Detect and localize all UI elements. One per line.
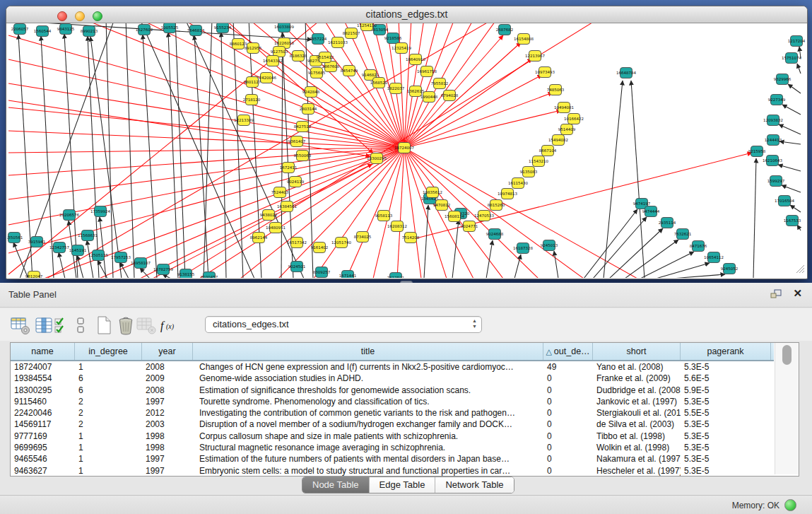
graph-node[interactable]: 1599297 bbox=[767, 176, 785, 187]
graph-node[interactable]: 7646813 bbox=[187, 25, 205, 36]
graph-node[interactable]: 10654112 bbox=[704, 252, 724, 263]
graph-edge[interactable] bbox=[782, 105, 801, 115]
graph-node[interactable]: 16961758 bbox=[417, 66, 437, 77]
column-header-in_degree[interactable]: in_degree bbox=[75, 343, 142, 360]
graph-node[interactable]: 9245052 bbox=[721, 264, 739, 274]
graph-node[interactable]: 12325419 bbox=[392, 43, 411, 54]
graph-edge[interactable] bbox=[753, 158, 756, 278]
graph-node[interactable]: 8550063 bbox=[294, 151, 312, 161]
graph-node[interactable]: 1560544 bbox=[34, 26, 52, 37]
graph-node[interactable]: 15751074 bbox=[782, 53, 801, 64]
rows-mode-icon[interactable] bbox=[75, 314, 86, 337]
vertical-scrollbar[interactable] bbox=[775, 343, 799, 474]
graph-node[interactable]: 8427512 bbox=[294, 122, 312, 132]
graph-node[interactable]: 12505135 bbox=[88, 250, 108, 261]
graph-node[interactable]: 3915941 bbox=[28, 237, 46, 247]
graph-edge[interactable] bbox=[790, 205, 801, 212]
graph-node[interactable]: 9024771 bbox=[461, 221, 478, 232]
new-column-icon[interactable] bbox=[95, 314, 113, 337]
float-panel-icon[interactable] bbox=[770, 288, 782, 300]
graph-node[interactable]: 12093832 bbox=[763, 115, 783, 126]
graph-node[interactable]: 8734025 bbox=[354, 232, 372, 243]
graph-node[interactable]: 9175685 bbox=[308, 68, 326, 78]
graph-edge[interactable] bbox=[788, 84, 801, 93]
graph-node[interactable]: 16211033 bbox=[328, 37, 348, 48]
graph-edge[interactable] bbox=[640, 252, 694, 278]
graph-node[interactable]: 1672411 bbox=[280, 163, 298, 173]
graph-node[interactable]: 7955812 bbox=[431, 78, 449, 89]
graph-edge[interactable] bbox=[797, 225, 801, 230]
column-header-short[interactable]: short bbox=[593, 343, 681, 360]
graph-node[interactable]: 9024688 bbox=[486, 229, 504, 240]
graph-node[interactable]: 10973493 bbox=[535, 67, 555, 78]
graph-edge[interactable] bbox=[779, 124, 801, 134]
table-row[interactable]: 969969511998Structural magnetic resonanc… bbox=[11, 442, 774, 453]
graph-node[interactable]: 16187328 bbox=[513, 243, 533, 254]
graph-node[interactable]: 8215958 bbox=[748, 146, 766, 157]
column-header-year[interactable]: year bbox=[142, 343, 193, 360]
table-row[interactable]: 1830029562008Estimation of significance … bbox=[11, 385, 774, 396]
table-selector-dropdown[interactable]: citations_edges.txt ▲▼ bbox=[205, 316, 482, 333]
tab-network-table[interactable]: Network Table bbox=[435, 477, 513, 493]
table-row[interactable]: 2242004622012Investigating the contribut… bbox=[11, 407, 774, 419]
table-row[interactable]: 977716911998Corpus callosum shape and si… bbox=[11, 431, 774, 442]
graph-node[interactable]: 9329966 bbox=[774, 74, 792, 85]
graph-edge[interactable] bbox=[584, 209, 637, 278]
graph-edge[interactable] bbox=[143, 35, 157, 278]
graph-edge[interactable] bbox=[486, 240, 493, 278]
tab-node-table[interactable]: Node Table bbox=[302, 477, 370, 493]
graph-node[interactable]: 9024119 bbox=[287, 177, 305, 187]
graph-node[interactable]: 12051740 bbox=[331, 238, 351, 248]
graph-edge[interactable] bbox=[625, 240, 678, 278]
graph-node[interactable]: 9843125 bbox=[57, 24, 75, 35]
graph-node[interactable]: 1167533 bbox=[784, 216, 801, 226]
graph-node[interactable]: 9245013 bbox=[541, 240, 558, 251]
graph-node[interactable]: 1568520 bbox=[370, 78, 388, 88]
graph-edge[interactable] bbox=[404, 23, 438, 148]
graph-edge[interactable] bbox=[194, 35, 208, 278]
graph-edge[interactable] bbox=[797, 64, 801, 74]
close-panel-icon[interactable]: ✕ bbox=[793, 287, 802, 300]
graph-edge[interactable] bbox=[225, 23, 373, 153]
graph-edge[interactable] bbox=[233, 23, 243, 278]
network-canvas[interactable]: 2206057156054498431258990213152760210055… bbox=[7, 23, 806, 278]
graph-node[interactable]: 17016504 bbox=[775, 196, 794, 206]
graph-edge[interactable] bbox=[221, 33, 226, 278]
scrollbar-thumb[interactable] bbox=[782, 345, 792, 365]
graph-node[interactable]: 9438022 bbox=[260, 210, 278, 221]
graph-node[interactable]: 2687682 bbox=[496, 25, 514, 35]
graph-node[interactable]: 8821507 bbox=[343, 28, 360, 39]
graph-node[interactable]: 11543210 bbox=[529, 156, 548, 167]
graph-edge[interactable] bbox=[8, 23, 312, 40]
graph-edge[interactable] bbox=[404, 148, 637, 278]
graph-node[interactable]: 2803144 bbox=[300, 104, 317, 115]
graph-node[interactable]: 9515412 bbox=[317, 52, 334, 63]
table-row[interactable]: 946362711997Embryonic stem cells: a mode… bbox=[11, 465, 774, 477]
graph-node[interactable]: 12213967 bbox=[525, 51, 545, 62]
graph-node[interactable]: 9161402 bbox=[311, 243, 329, 253]
graph-edge[interactable] bbox=[656, 263, 710, 278]
graph-node[interactable]: 7524403 bbox=[271, 187, 289, 198]
function-builder-icon[interactable]: f(x) bbox=[158, 314, 180, 337]
network-graph[interactable]: 2206057156054498431258990213152760210055… bbox=[7, 23, 806, 278]
graph-edge[interactable] bbox=[59, 252, 65, 278]
column-header-title[interactable]: title bbox=[193, 343, 543, 360]
delete-column-icon[interactable] bbox=[116, 314, 136, 337]
graph-node[interactable]: 2718120 bbox=[243, 95, 261, 105]
graph-node[interactable]: 1244413 bbox=[765, 135, 782, 146]
graph-edge[interactable] bbox=[554, 251, 558, 278]
graph-node[interactable]: 17957253 bbox=[111, 252, 131, 263]
graph-node[interactable]: 2935114 bbox=[659, 218, 676, 228]
graph-node[interactable]: 9135083 bbox=[520, 167, 538, 177]
graph-node[interactable]: 9470812 bbox=[433, 200, 451, 211]
graph-edge[interactable] bbox=[404, 23, 454, 148]
graph-edge[interactable] bbox=[168, 33, 178, 278]
select-columns-icon[interactable] bbox=[54, 314, 71, 337]
graph-node[interactable]: 9058113 bbox=[375, 211, 393, 221]
graph-node[interactable]: 15494082 bbox=[548, 135, 568, 146]
graph-edge[interactable] bbox=[281, 33, 283, 278]
graph-node[interactable]: 9612047 bbox=[25, 271, 43, 279]
graph-node[interactable]: 16648784 bbox=[616, 68, 636, 78]
graph-node[interactable]: 8815260 bbox=[488, 200, 505, 211]
graph-node[interactable]: 16033809 bbox=[274, 23, 294, 33]
